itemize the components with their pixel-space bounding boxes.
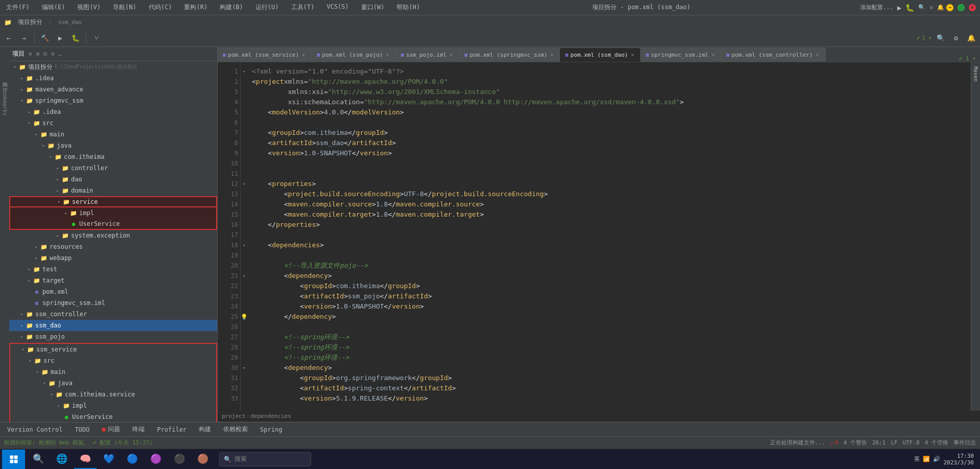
tree-item-ssm-dao[interactable]: ▸ 📁 ssm_dao: [9, 320, 217, 331]
menu-refactor[interactable]: 重构(R): [182, 2, 209, 13]
tab-close-ssm-service[interactable]: ×: [301, 52, 306, 58]
fold-30[interactable]: ▾: [241, 363, 248, 373]
taskbar-edge[interactable]: 🔵: [121, 450, 144, 469]
bottom-tab-todo[interactable]: TODO: [72, 425, 92, 434]
notifications-btn[interactable]: 🔔: [937, 4, 944, 11]
search-btn[interactable]: 🔍: [934, 32, 947, 45]
expand-ssm-controller-arrow[interactable]: ▸: [18, 312, 26, 317]
build-project-btn[interactable]: 🔨: [38, 32, 52, 45]
start-button[interactable]: [2, 450, 25, 469]
expand-idea-arrow[interactable]: ▸: [18, 76, 26, 81]
expand-main-arrow[interactable]: ▾: [33, 132, 40, 137]
tab-pom-springmvc-ssm[interactable]: m pom.xml (springmvc_ssm) ×: [459, 48, 560, 62]
fold-21[interactable]: ▾: [241, 271, 248, 281]
tab-close-dao[interactable]: ×: [630, 52, 635, 58]
window-controls[interactable]: − □ ×: [946, 4, 976, 11]
expand-com-itheima-arrow[interactable]: ▾: [47, 154, 54, 159]
expand-java2-arrow[interactable]: ▾: [41, 381, 48, 386]
tree-item-target[interactable]: ▸ 📁 target: [9, 275, 217, 286]
tree-item-main2[interactable]: ▾ 📁 main: [10, 366, 216, 378]
maven-side-tab[interactable]: Maven: [971, 62, 980, 411]
menu-nav[interactable]: 导航(N): [111, 2, 138, 13]
expand-maven-advance-arrow[interactable]: ▸: [18, 87, 26, 92]
tree-item-userservice[interactable]: ● UserService: [9, 219, 217, 230]
tree-item-ssm-pojo[interactable]: ▸ 📁 ssm_pojo: [9, 331, 217, 342]
expand-all-btn[interactable]: ⊞: [35, 50, 41, 58]
run-project-btn[interactable]: ▶: [54, 32, 67, 45]
expand-idea2-arrow[interactable]: ▸: [26, 109, 33, 114]
bottom-tab-spring[interactable]: Spring: [257, 425, 285, 434]
tree-toolbar[interactable]: ⊕ ⊞ ⊟ ⚙ …: [28, 50, 63, 58]
tree-item-main[interactable]: ▾ 📁 main: [9, 129, 217, 140]
menu-run[interactable]: 运行(U): [253, 2, 281, 13]
expand-resources-arrow[interactable]: ▸: [33, 244, 40, 249]
expand-service-arrow[interactable]: ▾: [55, 199, 62, 204]
forward-btn[interactable]: →: [17, 32, 31, 45]
expand-test-arrow[interactable]: ▸: [26, 267, 33, 272]
bottom-tab-vc[interactable]: Version Control: [4, 425, 65, 434]
minimize-btn[interactable]: −: [946, 4, 953, 11]
bottom-tab-profiler[interactable]: Profiler: [154, 425, 190, 434]
taskbar-ie[interactable]: 🌐: [51, 450, 73, 469]
bookmarks-tab[interactable]: Bookmarks: [2, 88, 8, 115]
expand-controller-arrow[interactable]: ▸: [54, 166, 61, 171]
bottom-tab-deps[interactable]: 依赖检索: [220, 424, 251, 435]
expand-ssm-service-arrow[interactable]: ▾: [19, 347, 27, 352]
expand-impl-arrow[interactable]: ▸: [62, 210, 69, 216]
windows-taskbar[interactable]: 🔍 🌐 🧠 💙 🔵 🟣 ⚫ 🟤 🔍 搜索 英 📶 🔊 17:: [0, 449, 980, 469]
menu-code[interactable]: 代码(C): [147, 2, 174, 13]
run-btn[interactable]: ▶: [897, 4, 901, 12]
add-config-btn[interactable]: 添加配置...: [860, 4, 893, 11]
lightbulb-25[interactable]: 💡: [241, 312, 248, 322]
expand-ssm-pojo-arrow[interactable]: ▸: [18, 334, 26, 339]
tab-ssm-pojo-iml[interactable]: m ssm_pojo.iml ×: [395, 48, 459, 62]
tree-item-pom-springmvc[interactable]: m pom.xml: [9, 286, 217, 297]
tab-pom-ssm-dao[interactable]: m pom.xml (ssm_dao) ×: [560, 48, 641, 62]
tree-item-domain[interactable]: ▸ 📁 domain: [9, 185, 217, 196]
tree-item-webapp[interactable]: ▸ 📁 webapp: [9, 252, 217, 264]
tree-item-impl[interactable]: ▸ 📁 impl: [9, 207, 217, 219]
tree-item-userservice2[interactable]: ● UserService: [10, 411, 216, 422]
gear-btn[interactable]: ⚙: [949, 32, 963, 45]
tree-item-com-itheima[interactable]: ▾ 📁 com.itheima: [9, 151, 217, 162]
tab-pom-ssm-service[interactable]: m pom.xml (ssm_service) ×: [218, 48, 312, 62]
tree-item-service[interactable]: ▾ 📁 service: [9, 196, 217, 207]
locate-btn[interactable]: ⊕: [28, 50, 33, 58]
fold-2[interactable]: ▾: [241, 66, 248, 77]
tree-item-springmvc-ssm[interactable]: ▾ 📁 springmvc_ssm: [9, 95, 217, 106]
maximize-btn[interactable]: □: [958, 4, 965, 11]
tree-item-idea2[interactable]: ▸ 📁 .idea: [9, 106, 217, 118]
menu-bar[interactable]: 文件(F) 编辑(E) 视图(V) 导航(N) 代码(C) 重构(R) 构建(B…: [4, 2, 422, 13]
menu-help[interactable]: 帮助(H): [394, 2, 422, 13]
bottom-tab-terminal[interactable]: 终端: [129, 424, 148, 435]
taskbar-app6[interactable]: ⚫: [168, 450, 191, 469]
expand-main2-arrow[interactable]: ▾: [34, 369, 41, 374]
menu-view[interactable]: 视图(V): [75, 2, 103, 13]
expand-ssm-dao-arrow[interactable]: ▸: [18, 323, 26, 328]
bottom-tab-problems[interactable]: 问题: [99, 424, 123, 435]
tree-item-controller[interactable]: ▸ 📁 controller: [9, 162, 217, 174]
expand-sysex-arrow[interactable]: ▸: [54, 233, 61, 238]
expand-java-arrow[interactable]: ▾: [40, 143, 47, 148]
editor-tabs-bar[interactable]: m pom.xml (ssm_service) × m pom.xml (ssm…: [218, 47, 980, 62]
expand-target-arrow[interactable]: ▸: [26, 278, 33, 283]
tree-item-ssm-service[interactable]: ▾ 📁 ssm_service: [10, 344, 216, 355]
debug-btn[interactable]: 🐛: [905, 4, 914, 12]
breadcrumb-dependencies[interactable]: dependencies: [250, 413, 291, 419]
tab-close-springmvc-iml[interactable]: ×: [711, 52, 716, 58]
taskbar-intellij[interactable]: 🧠: [74, 450, 97, 469]
menu-edit[interactable]: 编辑(E): [40, 2, 67, 13]
menu-window[interactable]: 窗口(W): [359, 2, 387, 13]
tree-item-impl2[interactable]: ▸ 📁 impl: [10, 400, 216, 411]
git-btn[interactable]: ⑂: [90, 32, 103, 45]
tree-item-dao[interactable]: ▸ 📁 dao: [9, 174, 217, 185]
tree-item-idea[interactable]: ▸ 📁 .idea: [9, 73, 217, 84]
tab-pom-ssm-controller[interactable]: m pom.xml (ssm_controller) ×: [721, 48, 826, 62]
tree-item-springmvc-iml[interactable]: m springmvc_ssm.iml: [9, 297, 217, 309]
notifications-top-btn[interactable]: 🔔: [965, 32, 978, 45]
menu-build[interactable]: 构建(B): [218, 2, 245, 13]
tree-item-ssm-controller[interactable]: ▸ 📁 ssm_controller: [9, 309, 217, 320]
tab-springmvc-ssm-iml[interactable]: m springmvc_ssm.iml ×: [641, 48, 721, 62]
expand-src2-arrow[interactable]: ▾: [27, 358, 34, 363]
expand-impl2-arrow[interactable]: ▸: [55, 403, 62, 408]
